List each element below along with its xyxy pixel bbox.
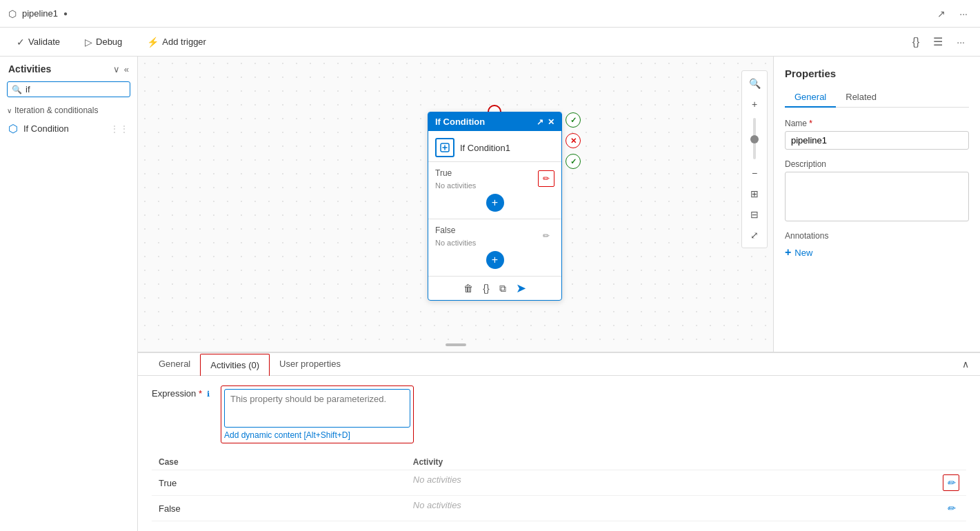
delete-icon[interactable]: 🗑 <box>463 283 473 294</box>
toolbar-more-button[interactable]: ··· <box>952 34 969 50</box>
left-sidebar: Activities ∨ « 🔍 ∨ Iteration & condition… <box>0 57 138 531</box>
if-true-section: True No activities ✏ + <box>428 161 561 219</box>
collapse-icon[interactable]: ∨ <box>113 64 120 74</box>
right-panel-tabs: General Related <box>785 88 969 108</box>
edit-false-case-button[interactable]: ✏ <box>943 500 959 517</box>
pipeline-title: pipeline1 <box>22 8 58 19</box>
if-false-section: False No activities ✏ + <box>428 219 561 276</box>
zoom-slider-thumb[interactable] <box>750 135 759 143</box>
if-card-expand-icon[interactable]: ↗ <box>537 117 543 127</box>
name-input[interactable] <box>785 131 969 150</box>
if-card-footer: 🗑 {} ⧉ ➤ <box>428 276 561 300</box>
activity-true-cell: No activities ✏ <box>406 470 966 496</box>
expression-required-marker: * <box>199 388 202 399</box>
case-header: Case <box>152 454 406 470</box>
bottom-check-icon: ✓ <box>566 154 581 169</box>
if-condition-item[interactable]: ⬡ If Condition ⋮⋮ <box>0 118 137 139</box>
table-row: True No activities ✏ <box>152 470 966 496</box>
activity-header: Activity <box>406 454 966 470</box>
name-required-marker: * <box>809 119 812 128</box>
zoom-slider-track[interactable] <box>753 118 756 159</box>
expression-field-label: Expression * ℹ <box>152 388 214 399</box>
toolbar: ✓ Validate ▷ Debug ⚡ Add trigger {} ☰ ··… <box>0 28 980 57</box>
annotations-label: Annotations <box>785 231 969 241</box>
debug-icon: ▷ <box>85 37 92 48</box>
if-true-sub: No activities <box>435 181 476 190</box>
new-label: New <box>794 248 812 258</box>
right-panel-title: Properties <box>785 68 969 79</box>
description-label: Description <box>785 159 969 169</box>
zoom-in-button[interactable]: + <box>745 94 764 114</box>
grid-button[interactable]: ⊟ <box>745 205 764 224</box>
tab-user-props-bottom[interactable]: User properties <box>270 353 350 376</box>
tab-activities-bottom[interactable]: Activities (0) <box>200 354 270 376</box>
more-options-button[interactable]: ··· <box>955 7 972 21</box>
category-header[interactable]: ∨ Iteration & conditionals <box>0 100 137 118</box>
if-condition-card: If Condition ↗ ✕ <box>428 112 562 301</box>
edit-true-case-button[interactable]: ✏ <box>943 474 959 491</box>
if-card-more-icon[interactable]: ✕ <box>548 117 554 127</box>
description-textarea[interactable] <box>785 172 969 221</box>
pipeline-icon: ⬡ <box>8 8 17 19</box>
expression-row: Expression * ℹ Add dynamic content [Alt+… <box>152 385 966 443</box>
zoom-out-button[interactable]: − <box>745 163 764 183</box>
top-bar: ⬡ pipeline1 ● ↗ ··· <box>0 0 980 28</box>
expression-info-icon[interactable]: ℹ <box>207 390 210 398</box>
canvas-area: If Condition ↗ ✕ <box>138 57 773 352</box>
drag-handle-icon: ⋮⋮ <box>110 123 129 134</box>
search-input[interactable] <box>26 84 126 94</box>
param-button[interactable]: ☰ <box>929 34 947 50</box>
if-false-edit-button[interactable]: ✏ <box>538 228 554 244</box>
bottom-tabs: General Activities (0) User properties ∧ <box>138 353 980 376</box>
code-icon[interactable]: {} <box>483 283 489 294</box>
navigate-icon[interactable]: ➤ <box>516 281 526 296</box>
fit-view-button[interactable]: ⊞ <box>745 184 764 203</box>
expression-textarea[interactable] <box>224 389 410 428</box>
case-false-cell: False <box>152 496 406 521</box>
hide-sidebar-icon[interactable]: « <box>124 64 129 74</box>
add-trigger-button[interactable]: ⚡ Add trigger <box>141 34 212 50</box>
expand-button[interactable]: ↗ <box>933 7 950 21</box>
add-dynamic-content-link[interactable]: Add dynamic content [Alt+Shift+D] <box>224 430 410 440</box>
unsaved-dot: ● <box>63 10 68 17</box>
if-true-edit-button[interactable]: ✏ <box>538 170 554 187</box>
expression-input-container: Add dynamic content [Alt+Shift+D] <box>221 385 414 443</box>
trigger-icon: ⚡ <box>147 37 159 48</box>
tab-general-bottom[interactable]: General <box>149 353 200 376</box>
search-icon: 🔍 <box>12 85 22 94</box>
if-false-sub: No activities <box>435 239 476 247</box>
false-cross-icon: ✕ <box>566 133 581 148</box>
case-table: Case Activity True No activities ✏ <box>152 454 966 521</box>
add-new-button[interactable]: + New <box>785 246 969 259</box>
table-row: False No activities ✏ <box>152 496 966 521</box>
true-check-icon: ✓ <box>566 112 581 128</box>
tab-related[interactable]: Related <box>836 88 886 108</box>
search-zoom-button[interactable]: 🔍 <box>745 74 764 93</box>
if-card-title-row: If Condition1 <box>428 131 561 161</box>
field-name-label: Name * <box>785 119 969 128</box>
activity-false-cell: No activities ✏ <box>406 496 966 521</box>
sidebar-title: Activities <box>8 63 51 74</box>
category-label: Iteration & conditionals <box>14 106 98 115</box>
category-chevron-icon: ∨ <box>7 107 12 114</box>
add-icon: + <box>785 246 791 259</box>
validate-button[interactable]: ✓ Validate <box>11 34 66 50</box>
tab-general[interactable]: General <box>785 88 836 108</box>
debug-button[interactable]: ▷ Debug <box>79 34 128 50</box>
if-true-add-button[interactable]: + <box>486 194 504 212</box>
fullscreen-button[interactable]: ⤢ <box>745 226 764 245</box>
if-card-title: If Condition1 <box>460 143 510 153</box>
copy-icon[interactable]: ⧉ <box>499 283 506 294</box>
if-card-activity-icon <box>435 138 454 157</box>
bottom-content: Expression * ℹ Add dynamic content [Alt+… <box>138 376 980 531</box>
canvas-separator <box>446 343 466 346</box>
code-button[interactable]: {} <box>908 34 924 50</box>
if-condition-icon: ⬡ <box>8 122 18 135</box>
collapse-bottom-panel-icon[interactable]: ∧ <box>962 359 969 370</box>
if-true-label: True <box>435 168 452 178</box>
side-icons: ✓ ✕ ✓ <box>566 112 581 169</box>
main-layout: Activities ∨ « 🔍 ∨ Iteration & condition… <box>0 57 980 531</box>
if-false-add-button[interactable]: + <box>486 251 504 269</box>
if-condition-label: If Condition <box>23 123 69 134</box>
right-panel: Properties General Related Name * Descri… <box>773 57 980 352</box>
